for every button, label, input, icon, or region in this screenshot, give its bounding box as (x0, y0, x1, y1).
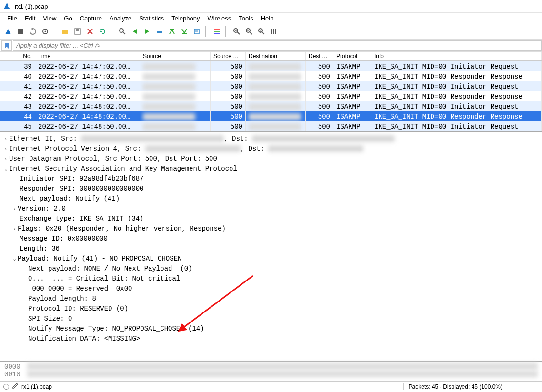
expand-icon[interactable]: › (2, 134, 9, 144)
edit-icon[interactable] (12, 382, 19, 391)
detail-payload-header[interactable]: Payload: Notify (41) - NO_PROPOSAL_CHOSE… (18, 254, 181, 264)
menu-help[interactable]: Help (257, 14, 278, 23)
expert-info-icon[interactable] (3, 384, 9, 390)
packet-row[interactable]: 442022-06-27 14:48:02.00…500500ISAKMPIKE… (0, 111, 542, 121)
status-bar: rx1 (1).pcap Packets: 45 · Displayed: 45… (0, 381, 542, 392)
menu-telephony[interactable]: Telephony (168, 14, 203, 23)
go-forward-button[interactable] (141, 26, 153, 37)
toolbar-separator (205, 26, 208, 37)
column-header[interactable]: Source Port (211, 52, 246, 60)
goto-packet-button[interactable] (154, 26, 165, 37)
packet-row[interactable]: 432022-06-27 14:48:02.00…500500ISAKMPIKE… (0, 101, 542, 111)
detail-field[interactable]: .000 0000 = Reserved: 0x00 (28, 284, 132, 294)
menu-view[interactable]: View (39, 14, 60, 23)
resize-columns-button[interactable] (268, 26, 280, 37)
svg-point-5 (120, 29, 123, 32)
hex-bytes-redacted (27, 371, 538, 377)
display-filter-input[interactable] (13, 40, 542, 51)
menu-statistics[interactable]: Statistics (135, 14, 168, 23)
menu-capture[interactable]: Capture (76, 14, 106, 23)
svg-rect-0 (18, 29, 23, 34)
menu-wireless[interactable]: Wireless (203, 14, 235, 23)
restart-capture-button[interactable] (27, 26, 39, 37)
zoom-reset-button[interactable]: 1 (256, 26, 267, 37)
svg-rect-4 (76, 29, 79, 31)
packet-row[interactable]: 402022-06-27 14:47:02.00…500500ISAKMPIKE… (0, 71, 542, 81)
packet-row[interactable]: 452022-06-27 14:48:50.00…500500ISAKMPIKE… (0, 121, 542, 131)
column-header[interactable]: Time (35, 52, 140, 60)
svg-point-2 (45, 30, 46, 32)
packet-row[interactable]: 412022-06-27 14:47:50.00…500500ISAKMPIKE… (0, 81, 542, 91)
column-header[interactable]: Info (371, 52, 542, 60)
detail-ethernet[interactable]: Ethernet II, Src: , Dst: (9, 134, 395, 144)
column-header[interactable]: Source (140, 52, 211, 60)
detail-field[interactable]: Exchange type: IKE_SA_INIT (34) (20, 214, 143, 224)
column-header[interactable]: Protocol (333, 52, 371, 60)
detail-field[interactable]: SPI Size: 0 (28, 314, 72, 324)
capture-options-button[interactable] (40, 26, 51, 37)
detail-field[interactable]: Notification DATA: <MISSING> (28, 334, 140, 344)
detail-field[interactable]: Notify Message Type: NO_PROPOSAL_CHOSEN … (28, 324, 204, 334)
toolbar-separator (225, 26, 228, 37)
collapse-icon[interactable]: ⌄ (2, 164, 9, 174)
zoom-out-button[interactable] (243, 26, 255, 37)
colorize-button[interactable] (211, 26, 222, 37)
svg-rect-11 (214, 31, 220, 32)
detail-field[interactable]: Payload length: 8 (28, 294, 96, 304)
packet-bytes-pane[interactable]: 0000 0010 (0, 362, 542, 381)
detail-field[interactable]: Length: 36 (20, 244, 60, 254)
close-file-button[interactable] (84, 26, 96, 37)
detail-field[interactable]: Responder SPI: 0000000000000000 (20, 184, 143, 194)
svg-rect-12 (214, 33, 220, 34)
detail-isakmp[interactable]: Internet Security Association and Key Ma… (9, 164, 237, 174)
hex-offset: 0010 (4, 371, 24, 378)
svg-line-14 (237, 32, 240, 34)
expand-icon[interactable]: › (2, 154, 9, 164)
open-file-button[interactable] (60, 26, 71, 37)
filter-bookmark-button[interactable] (1, 40, 12, 51)
detail-field[interactable]: Next payload: NONE / No Next Payload (0) (28, 264, 192, 274)
menu-tools[interactable]: Tools (235, 14, 257, 23)
column-header[interactable]: Destination (246, 52, 306, 60)
collapse-icon[interactable]: ⌄ (11, 254, 18, 264)
filter-bar (0, 40, 542, 52)
start-capture-button[interactable] (2, 26, 14, 37)
status-file: rx1 (1).pcap (21, 383, 52, 390)
reload-button[interactable] (97, 26, 108, 37)
detail-ip[interactable]: Internet Protocol Version 4, Src: , Dst: (9, 144, 363, 154)
detail-field[interactable]: Message ID: 0x00000000 (20, 234, 108, 244)
detail-field[interactable]: Flags: 0x20 (Responder, No higher versio… (18, 224, 226, 234)
packet-row[interactable]: 392022-06-27 14:47:02.00…500500ISAKMPIKE… (0, 61, 542, 71)
hex-offset: 0000 (4, 363, 24, 371)
zoom-in-button[interactable] (231, 26, 242, 37)
packet-details-pane[interactable]: › Ethernet II, Src: , Dst: › Internet Pr… (0, 132, 542, 362)
find-button[interactable] (117, 26, 128, 37)
column-header[interactable]: No. (0, 52, 35, 60)
menu-analyze[interactable]: Analyze (106, 14, 135, 23)
menu-edit[interactable]: Edit (21, 14, 39, 23)
expand-icon[interactable]: › (11, 204, 18, 214)
autoscroll-button[interactable] (191, 26, 202, 37)
expand-icon[interactable]: › (2, 144, 9, 154)
stop-capture-button[interactable] (15, 26, 26, 37)
column-header[interactable]: Dest Port (306, 52, 333, 60)
menu-go[interactable]: Go (60, 14, 76, 23)
packet-list-pane[interactable]: No.TimeSourceSource PortDestinationDest … (0, 52, 542, 132)
go-last-button[interactable] (179, 26, 190, 37)
expand-icon[interactable]: › (11, 224, 18, 234)
status-packets: Packets: 45 · Displayed: 45 (100.0%) (403, 383, 507, 390)
menu-file[interactable]: File (3, 14, 21, 23)
toolbar: 1 (0, 23, 542, 40)
detail-udp[interactable]: User Datagram Protocol, Src Port: 500, D… (9, 154, 217, 164)
detail-field[interactable]: Version: 2.0 (18, 204, 66, 214)
save-file-button[interactable] (72, 26, 83, 37)
window-title: rx1 (1).pcap (15, 3, 48, 10)
detail-field[interactable]: 0... .... = Critical Bit: Not critical (28, 274, 180, 284)
detail-field[interactable]: Next payload: Notify (41) (20, 194, 120, 204)
detail-field[interactable]: Initiator SPI: 92a98df4b23bf687 (20, 174, 143, 184)
detail-field[interactable]: Protocol ID: RESERVED (0) (28, 304, 128, 314)
go-back-button[interactable] (129, 26, 141, 37)
packet-row[interactable]: 422022-06-27 14:47:50.00…500500ISAKMPIKE… (0, 91, 542, 101)
svg-line-18 (250, 32, 252, 34)
go-first-button[interactable] (166, 26, 178, 37)
